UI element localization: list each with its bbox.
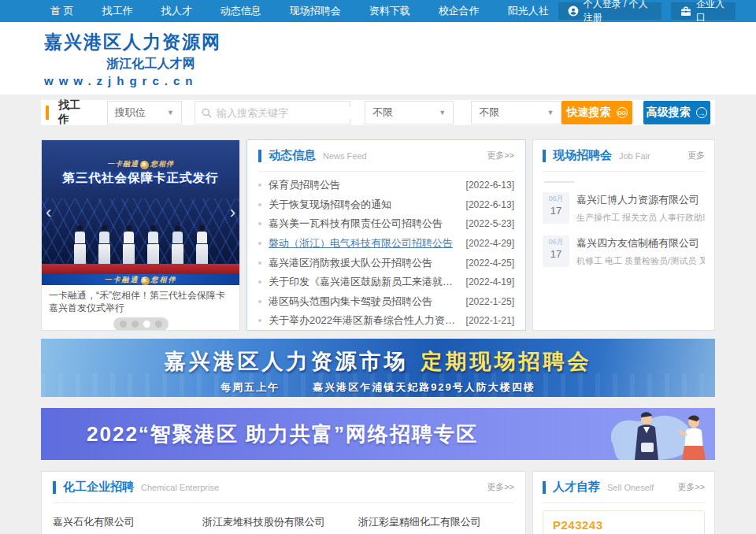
banner1-title-yellow: 定期现场招聘会 <box>421 350 592 373</box>
site-logo[interactable]: 嘉兴港区人力资源网 浙江化工人才网 www.zjhgrc.cn <box>44 30 221 87</box>
carousel-slide[interactable]: 一卡融通禾您相伴 第三代社会保障卡正式发行 一卡融通禾您相伴 ‹ › <box>42 140 239 285</box>
banner1-address: 嘉兴港区乍浦镇天妃路929号人防大楼四楼 <box>313 381 536 393</box>
nav-link[interactable]: 找人才 <box>161 4 192 18</box>
fair-date-day: 17 <box>543 248 569 260</box>
company-name: 浙江麦堆科技股份有限公司 <box>202 515 358 529</box>
divider <box>544 181 574 183</box>
chemical-header: 化工企业招聘 Chemical Enterprise 更多>> <box>53 472 514 503</box>
filter2-value: 不限 <box>479 106 499 120</box>
news-feed-subtitle: News Feed <box>323 151 367 161</box>
keyword-input[interactable] <box>217 107 355 119</box>
search-category-select[interactable]: 搜职位 ▼ <box>107 101 182 124</box>
bullet-dot-icon <box>258 261 261 265</box>
enterprise-entry-label: 企业入口 <box>696 0 726 24</box>
nav-link[interactable]: 现场招聘会 <box>290 4 341 18</box>
talent-header: 人才自荐 Sell Oneself 更多>> <box>543 472 705 503</box>
caret-down-icon: ▼ <box>439 109 446 117</box>
carousel-dots-wrap <box>42 317 239 331</box>
news-item-title: 关于举办2022年港区新春综合性人力资源暨春风... <box>269 313 458 328</box>
news-more-link[interactable]: 更多>> <box>487 150 514 161</box>
carousel-dot[interactable] <box>155 321 162 328</box>
banner1-title: 嘉兴港区人力资源市场定期现场招聘会 <box>41 339 715 376</box>
company-entry[interactable]: 嘉兴石化有限公司 工艺员 设备管理 警卫（残疾工） <box>53 515 202 534</box>
quick-search-button[interactable]: 快速搜索 GO <box>561 101 632 124</box>
fair-company-name: 嘉兴汇博人力资源有限公司 <box>576 193 705 207</box>
carousel-caption[interactable]: 一卡融通，“禾”您相伴！第三代社会保障卡嘉兴首发仪式举行 <box>42 285 239 314</box>
carousel-prev-icon[interactable]: ‹ <box>46 204 51 221</box>
nav-link[interactable]: 首 页 <box>50 4 74 18</box>
personal-login-label: 个人登录 / 个人注册 <box>584 0 652 24</box>
news-item-date: [2022-4-19] <box>466 276 514 287</box>
bullet-dot-icon <box>258 242 261 245</box>
job-fair-panel: 现场招聘会 Job Fair 更多 06月 17 嘉兴汇博人力资源有限公司 生产… <box>532 139 715 331</box>
keyword-input-wrap <box>195 101 350 124</box>
company-name: 浙江彩皇精细化工有限公司 <box>358 515 514 529</box>
news-list-item[interactable]: 港区码头范围内集卡驾驶员招聘公告 [2022-1-25] <box>258 292 514 312</box>
carousel-dot[interactable] <box>132 321 139 328</box>
slide-title: 第三代社会保障卡正式发行 <box>42 170 239 187</box>
caret-down-icon: ▼ <box>547 109 554 117</box>
grain-badge-icon: 禾 <box>141 276 150 285</box>
news-list-item[interactable]: 关于恢复现场招聘会的通知 [2022-6-13] <box>258 195 514 215</box>
carousel-next-icon[interactable]: › <box>230 204 235 221</box>
filter1-select[interactable]: 不限 ▼ <box>365 101 454 124</box>
news-list-item[interactable]: 关于印发《嘉兴港区鼓励新员工来港就业补助操作... [2022-4-19] <box>258 273 514 292</box>
main-content-row: 一卡融通禾您相伴 第三代社会保障卡正式发行 一卡融通禾您相伴 ‹ › 一卡融通，… <box>41 139 715 331</box>
nav-link[interactable]: 资料下载 <box>369 4 410 18</box>
nav-link[interactable]: 校企合作 <box>439 4 480 18</box>
job-search-bar: 找工作 搜职位 ▼ 不限 ▼ 不限 ▼ 快速搜索 GO 高级搜索 → <box>41 100 715 125</box>
bullet-dot-icon <box>258 222 261 225</box>
news-item-date: [2022-4-25] <box>466 258 514 269</box>
enterprise-entry-button[interactable]: 企业入口 <box>671 2 736 20</box>
site-title: 嘉兴港区人力资源网 <box>44 30 221 54</box>
filter2-select[interactable]: 不限 ▼ <box>471 101 561 124</box>
online-recruitment-banner[interactable]: 2022“智聚港区 助力共富”网络招聘专区 <box>41 408 715 460</box>
carousel-dot[interactable] <box>120 321 127 328</box>
company-entry[interactable]: 浙江麦堆科技股份有限公司 销售专员 会计 土建主管 <box>202 515 358 534</box>
chemical-title: 化工企业招聘 <box>63 480 134 495</box>
banner2-title: 2022“智聚港区 助力共富”网络招聘专区 <box>41 421 478 448</box>
nav-link[interactable]: 阳光人社 <box>508 4 549 18</box>
news-item-title: 关于印发《嘉兴港区鼓励新员工来港就业补助操作... <box>269 275 458 289</box>
fair-date-badge: 06月 17 <box>543 235 569 267</box>
personal-login-button[interactable]: 个人登录 / 个人注册 <box>558 2 662 20</box>
company-name: 嘉兴石化有限公司 <box>53 515 202 529</box>
fair-date-month: 06月 <box>543 237 569 247</box>
news-item-date: [2022-1-21] <box>466 315 514 326</box>
blue-accent-bar <box>543 481 546 494</box>
person-icon <box>568 6 579 17</box>
news-item-title: 嘉兴美一瓦科技有限责任公司招聘公告 <box>269 217 458 231</box>
blue-accent-bar <box>53 481 56 494</box>
talent-more-link[interactable]: 更多>> <box>677 481 705 493</box>
arrow-circle-icon: → <box>696 107 707 118</box>
blue-accent-bar <box>258 150 261 162</box>
job-fair-item[interactable]: 06月 17 嘉兴四方友信制桶有限公司 机修工 电工 质量检验员/测试员 叉车.… <box>543 235 705 267</box>
company-entry[interactable]: 浙江彩皇精细化工有限公司 普工（制造科） 营业担当 <box>358 515 514 534</box>
talent-title: 人才自荐 <box>553 480 600 495</box>
news-list-item[interactable]: 保育员招聘公告 [2022-6-13] <box>258 176 514 195</box>
bullet-dot-icon <box>258 203 261 206</box>
job-fair-more-link[interactable]: 更多 <box>687 150 705 161</box>
slide-tagline: 一卡融通禾您相伴 <box>42 159 239 169</box>
carousel-dot[interactable] <box>143 321 150 328</box>
news-list-item[interactable]: 关于举办2022年港区新春综合性人力资源暨春风... [2022-1-21] <box>258 311 514 331</box>
recruitment-market-banner[interactable]: 嘉兴港区人力资源市场定期现场招聘会 每周五上午嘉兴港区乍浦镇天妃路929号人防大… <box>41 339 715 397</box>
bullet-dot-icon <box>258 319 261 322</box>
advanced-search-button[interactable]: 高级搜索 → <box>643 101 710 124</box>
chemical-company-list: 嘉兴石化有限公司 工艺员 设备管理 警卫（残疾工） 浙江麦堆科技股份有限公司 销… <box>53 503 514 534</box>
nav-link[interactable]: 找工作 <box>102 4 133 18</box>
news-list-item[interactable]: 磐动（浙江）电气科技有限公司招聘公告 [2022-4-29] <box>258 234 514 254</box>
news-item-title: 嘉兴港区消防救援大队公开招聘公告 <box>269 256 458 270</box>
nav-link[interactable]: 动态信息 <box>220 4 261 18</box>
carousel-dots <box>113 317 169 331</box>
job-fair-item[interactable]: 06月 17 嘉兴汇博人力资源有限公司 生产操作工 报关文员 人事行政助理... <box>543 192 705 224</box>
news-carousel: 一卡融通禾您相伴 第三代社会保障卡正式发行 一卡融通禾您相伴 ‹ › 一卡融通，… <box>41 139 240 331</box>
news-list-item[interactable]: 嘉兴美一瓦科技有限责任公司招聘公告 [2022-5-23] <box>258 214 514 234</box>
chemical-more-link[interactable]: 更多>> <box>487 481 514 493</box>
news-feed-header: 动态信息 News Feed 更多>> <box>258 140 514 172</box>
talent-card[interactable]: P243243 男 ｜ 嘉兴市→嘉兴港区 ｜ 八年以上 <box>543 510 705 534</box>
news-item-title: 保育员招聘公告 <box>269 178 458 192</box>
news-list-item[interactable]: 嘉兴港区消防救援大队公开招聘公告 [2022-4-25] <box>258 253 514 273</box>
advanced-search-label: 高级搜索 <box>647 106 691 120</box>
news-item-date: [2022-6-13] <box>466 180 514 191</box>
